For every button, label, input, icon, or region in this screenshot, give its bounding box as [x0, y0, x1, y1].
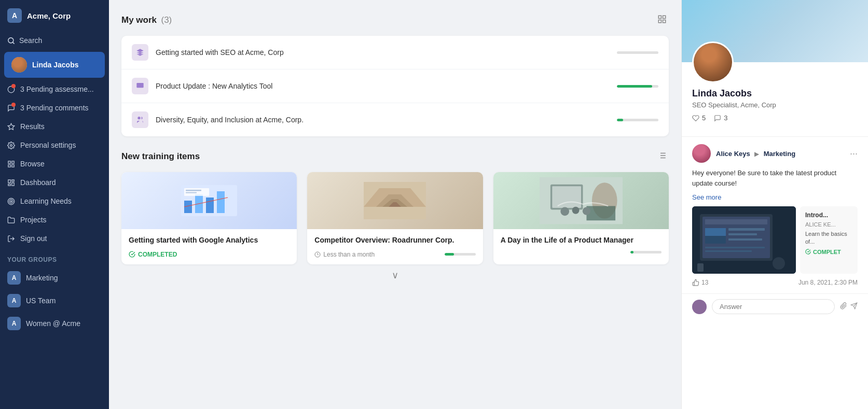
post-avatar [692, 144, 711, 163]
svg-rect-63 [705, 247, 765, 248]
svg-point-15 [10, 201, 12, 202]
svg-rect-5 [8, 161, 10, 163]
svg-rect-17 [658, 16, 661, 18]
my-work-count: (3) [161, 15, 172, 25]
right-panel: Linda Jacobs SEO Specialist, Acme, Corp … [681, 0, 868, 409]
completed-label: COMPLETED [138, 251, 177, 258]
svg-rect-34 [206, 198, 214, 213]
sidebar-item-personal-settings[interactable]: Personal settings [0, 136, 109, 154]
sidebar-item-assessments[interactable]: 3 Pending assessme... [0, 80, 109, 98]
work-item-analytics-tool[interactable]: Product Update : New Analytics Tool [121, 69, 669, 103]
acme-logo-icon [136, 48, 144, 57]
my-work-card: Getting started with SEO at Acme, Corp P… [121, 36, 669, 136]
my-work-grid-toggle[interactable] [655, 12, 669, 27]
sidebar-item-sign-out[interactable]: Sign out [0, 229, 109, 248]
like-button[interactable]: 13 [692, 279, 708, 286]
current-user-button[interactable]: Linda Jacobs [4, 52, 105, 78]
see-more-button[interactable]: See more [692, 193, 858, 201]
search-label: Search [19, 36, 42, 45]
sidebar-item-results[interactable]: Results [0, 117, 109, 136]
target-icon [7, 198, 15, 205]
svg-rect-8 [8, 164, 10, 166]
post-text: Hey everyone! Be sure to take the latest… [692, 168, 858, 188]
likes-count: 13 [701, 279, 708, 286]
clock-icon [314, 251, 321, 258]
work-item-diversity[interactable]: Diversity, Equity, and Inclusion at Acme… [121, 103, 669, 136]
comment-actions [840, 302, 858, 312]
time-text-competitor: Less than a month [323, 251, 375, 258]
app-logo[interactable]: A Acme, Corp [0, 0, 109, 31]
svg-point-66 [773, 257, 785, 270]
svg-rect-20 [658, 20, 661, 23]
groups-section-title: Your groups [0, 248, 109, 266]
training-card-competitor[interactable]: Competitor Overview: Roadrunner Corp. Le… [307, 172, 483, 264]
sidebar-item-projects[interactable]: Projects [0, 210, 109, 229]
group-icon-us-team: A [7, 294, 21, 307]
training-card-google-analytics[interactable]: Getting started with Google Analytics CO… [121, 172, 297, 264]
sidebar-group-us-team[interactable]: A US Team [0, 289, 109, 312]
post-timestamp: Jun 8, 2021, 2:30 PM [798, 279, 858, 286]
sidebar-group-women-acme[interactable]: A Women @ Acme [0, 312, 109, 335]
completed-badge: COMPLETED [129, 251, 177, 258]
svg-point-53 [583, 207, 590, 215]
chevron-down-icon: ∨ [392, 270, 398, 280]
media-badge-label: COMPLET [813, 249, 841, 255]
svg-point-4 [10, 144, 12, 146]
work-title-diversity: Diversity, Equity, and Inclusion at Acme… [156, 116, 610, 124]
group-icon-marketing: A [7, 271, 21, 285]
group-label-women-acme: Women @ Acme [26, 319, 80, 328]
post-media: Introd... ALICE KE... Learn the basics o… [692, 206, 858, 274]
training-card-footer-analytics: COMPLETED [129, 251, 290, 258]
grid-view-icon [657, 15, 667, 24]
sidebar-item-comments[interactable]: 3 Pending comments [0, 98, 109, 117]
svg-rect-60 [728, 228, 765, 231]
svg-rect-39 [186, 192, 197, 193]
svg-rect-21 [136, 83, 143, 88]
nav-label-dashboard: Dashboard [20, 178, 56, 187]
user-name: Linda Jacobs [32, 61, 78, 69]
comments-stat: 3 [714, 114, 727, 122]
svg-rect-57 [705, 219, 767, 224]
sidebar-item-learning-needs[interactable]: Learning Needs [0, 192, 109, 210]
group-label-marketing: Marketing [26, 274, 58, 282]
sidebar-item-dashboard[interactable]: Dashboard [0, 173, 109, 192]
analytics-tool-icon [136, 82, 144, 90]
progress-product-manager [630, 251, 662, 253]
training-card-body-competitor: Competitor Overview: Roadrunner Corp. Le… [307, 229, 483, 264]
post-media-card[interactable]: Introd... ALICE KE... Learn the basics o… [800, 206, 858, 274]
training-list-toggle[interactable] [655, 149, 669, 164]
training-card-product-manager[interactable]: A Day in the Life of a Product Manager [493, 172, 669, 264]
post-menu-button[interactable]: ··· [850, 148, 858, 159]
main-content: My work (3) Getting started with SEO at … [109, 0, 681, 409]
profile-avatar-wrap [692, 41, 734, 83]
attach-button[interactable] [840, 302, 847, 312]
training-grid: Getting started with Google Analytics CO… [121, 172, 669, 264]
training-card-footer-competitor: Less than a month [314, 251, 475, 258]
svg-rect-11 [12, 182, 14, 186]
svg-rect-50 [586, 206, 615, 220]
svg-rect-48 [552, 186, 581, 208]
training-image-competitor [307, 172, 483, 229]
sidebar-group-marketing[interactable]: A Marketing [0, 266, 109, 289]
nav-label-assessments: 3 Pending assessme... [20, 85, 94, 93]
post-media-image[interactable] [692, 206, 796, 274]
svg-line-1 [12, 42, 14, 44]
svg-marker-3 [8, 123, 15, 130]
show-more-button[interactable]: ∨ [121, 264, 669, 286]
paperclip-icon [840, 302, 847, 309]
svg-point-24 [137, 117, 140, 119]
svg-rect-37 [184, 188, 209, 196]
logo-icon: A [7, 8, 22, 23]
signout-icon [7, 235, 15, 243]
svg-rect-35 [217, 191, 225, 213]
comment-input[interactable] [712, 299, 835, 314]
search-button[interactable]: Search [0, 31, 109, 50]
group-icon-women-acme: A [7, 317, 21, 330]
work-item-seo[interactable]: Getting started with SEO at Acme, Corp [121, 36, 669, 69]
sidebar-item-browse[interactable]: Browse [0, 154, 109, 173]
post-arrow: ▶ [754, 150, 759, 158]
send-button[interactable] [850, 302, 858, 312]
profile-role: SEO Specialist, Acme, Corp [692, 101, 858, 109]
check-circle-media-icon [805, 249, 811, 255]
svg-point-14 [9, 199, 13, 203]
